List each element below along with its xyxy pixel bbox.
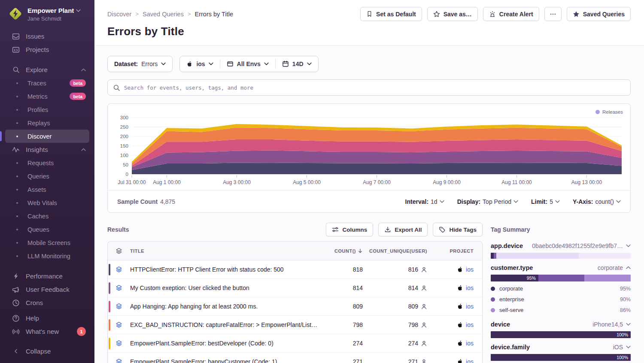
sidebar-item-web-vitals[interactable]: Web Vitals — [5, 196, 89, 209]
column-header-title[interactable]: TITLE — [130, 248, 328, 254]
y-axis-control[interactable]: Y-Axis:count() — [573, 198, 621, 205]
layers-icon — [115, 340, 122, 347]
apple-icon — [457, 322, 463, 328]
display-control[interactable]: Display:Top Period — [457, 198, 518, 205]
tag-summary-list: app.device0baebc0de4982f1255f2e9e9fb7…cu… — [491, 242, 631, 363]
sidebar-item-insights[interactable]: Insights — [5, 143, 89, 156]
tag-distribution-bar: 100% — [491, 331, 631, 338]
tag-top-value[interactable]: corporate — [598, 264, 631, 271]
sidebar-item-whats-new[interactable]: What's new1 — [5, 325, 89, 338]
layers-icon — [115, 321, 122, 328]
sidebar-item-help[interactable]: Help — [5, 312, 89, 325]
breadcrumb-discover[interactable]: Discover — [107, 11, 131, 18]
sidebar-item-metrics[interactable]: Metricsbeta — [5, 90, 89, 103]
series-color-bar — [109, 301, 110, 312]
table-row[interactable]: My Custom exeption: User clicked the but… — [108, 279, 482, 297]
person-icon — [421, 340, 427, 347]
chevron-down-icon — [626, 244, 631, 248]
count-value: 809 — [328, 303, 371, 310]
chart-plot: 050100150200250300Jul 31 00:00Aug 1 00:0… — [108, 104, 630, 192]
sample-count-label: Sample Count — [117, 198, 158, 205]
sidebar-collapse-button[interactable]: Collapse — [5, 345, 89, 358]
project-link[interactable]: ios — [457, 284, 474, 291]
table-row[interactable]: EmpowerPlant.SampleError: happyCustomer … — [108, 353, 482, 363]
results-table: TITLECOUNT()COUNT_UNIQUE(USER)PROJECT HT… — [107, 241, 483, 363]
bullet-icon — [16, 175, 18, 177]
tag-top-value[interactable]: 0baebc0de4982f1255f2e9e9fb7… — [532, 242, 631, 249]
sidebar-item-explore[interactable]: Explore — [5, 63, 89, 76]
project-link[interactable]: ios — [457, 340, 474, 347]
project-link[interactable]: ios — [457, 266, 474, 273]
sidebar-item-queries[interactable]: Queries — [5, 169, 89, 183]
sidebar-item-traces[interactable]: Tracesbeta — [5, 76, 89, 90]
bullet-icon — [16, 136, 18, 137]
create-alert-button[interactable]: Create Alert — [483, 7, 539, 21]
save-as-button[interactable]: Save as… — [427, 7, 478, 21]
chevron-down-icon — [616, 200, 621, 203]
more-button[interactable] — [544, 7, 562, 21]
project-link[interactable]: ios — [457, 358, 474, 363]
legend-label: Releases — [602, 109, 623, 115]
columns-button[interactable]: Columns — [326, 223, 373, 236]
error-title: EmpowerPlant.SampleError: happyCustomer … — [130, 358, 277, 363]
sidebar-item-issues[interactable]: Issues — [5, 30, 89, 43]
svg-text:Aug 13 00:00: Aug 13 00:00 — [571, 179, 602, 185]
project-filter[interactable]: ios — [180, 56, 219, 72]
sidebar-item-discover[interactable]: Discover — [5, 130, 89, 143]
series-color-bar — [109, 282, 110, 294]
tag-top-value[interactable]: iPhone14,5 — [592, 321, 631, 328]
y-axis-label: Y-Axis: — [573, 198, 593, 205]
org-user: Jane Schmidt — [27, 15, 81, 22]
sample-count-value: 4,875 — [160, 198, 175, 205]
table-row[interactable]: App Hanging: App hanging for at least 20… — [108, 297, 482, 316]
sidebar-item-label: LLM Monitoring — [27, 253, 70, 260]
tag-top-value[interactable]: iOS — [613, 344, 631, 351]
saved-queries-button[interactable]: Saved Queries — [567, 7, 631, 21]
sidebar-item-profiles[interactable]: Profiles — [5, 103, 89, 116]
org-switcher[interactable]: Empower Plant Jane Schmidt — [5, 6, 89, 22]
sidebar-item-label: Profiles — [27, 106, 48, 113]
chart-legend-releases[interactable]: Releases — [595, 109, 623, 115]
bullet-icon — [16, 189, 18, 191]
limit-control[interactable]: Limit:5 — [531, 198, 560, 205]
environment-filter[interactable]: All Envs — [220, 56, 275, 72]
sidebar-item-requests[interactable]: Requests — [5, 156, 89, 169]
hide-tags-button[interactable]: Hide Tags — [433, 223, 483, 236]
table-row[interactable]: EmpowerPlant.SampleError: bestDeveloper … — [108, 334, 482, 353]
project-link[interactable]: ios — [457, 321, 474, 328]
display-label: Display: — [457, 198, 480, 205]
sidebar-item-user-feedback[interactable]: User Feedback — [5, 283, 89, 296]
sidebar-item-caches[interactable]: Caches — [5, 209, 89, 223]
column-header-project[interactable]: PROJECT — [435, 248, 481, 254]
sidebar-item-label: Traces — [27, 80, 46, 87]
collapse-icon — [12, 348, 20, 355]
count-unique-value: 814 — [408, 284, 418, 291]
sidebar-item-crons[interactable]: Crons — [5, 296, 89, 309]
sidebar-item-label: Web Vitals — [27, 200, 57, 206]
sidebar-item-assets[interactable]: Assets — [5, 183, 89, 196]
breadcrumb-saved-queries[interactable]: Saved Queries — [143, 11, 184, 18]
person-icon — [421, 322, 427, 328]
sidebar-item-label: Caches — [27, 213, 49, 220]
set-as-default-button[interactable]: Set as Default — [360, 7, 422, 21]
search-input[interactable] — [124, 85, 625, 91]
sidebar-item-mobile-screens[interactable]: Mobile Screens — [5, 236, 89, 249]
sidebar-item-performance[interactable]: Performance — [5, 269, 89, 283]
date-range-filter[interactable]: 14D — [276, 56, 318, 72]
interval-control[interactable]: Interval:1d — [405, 198, 444, 205]
sidebar-item-llm-monitoring[interactable]: LLM Monitoring — [5, 249, 89, 263]
sidebar-item-projects[interactable]: Projects — [5, 43, 89, 56]
table-row[interactable]: EXC_BAD_INSTRUCTION: captureFatalError: … — [108, 316, 482, 334]
limit-label: Limit: — [531, 198, 547, 205]
export-all-button[interactable]: Export All — [378, 223, 428, 236]
sidebar-item-queues[interactable]: Queues — [5, 223, 89, 236]
stacked-area-chart: Releases 050100150200250300Jul 31 00:00A… — [108, 104, 630, 190]
sidebar-item-label: Queues — [27, 226, 49, 233]
column-header-count[interactable]: COUNT() — [328, 248, 371, 254]
column-header-count-unique[interactable]: COUNT_UNIQUE(USER) — [371, 248, 435, 254]
sidebar-item-replays[interactable]: Replays — [5, 116, 89, 130]
table-row[interactable]: HTTPClientError: HTTP Client Error with … — [108, 260, 482, 279]
table-header-row: TITLECOUNT()COUNT_UNIQUE(USER)PROJECT — [108, 242, 482, 260]
dataset-selector[interactable]: Dataset: Errors — [107, 56, 173, 72]
project-link[interactable]: ios — [457, 303, 474, 310]
